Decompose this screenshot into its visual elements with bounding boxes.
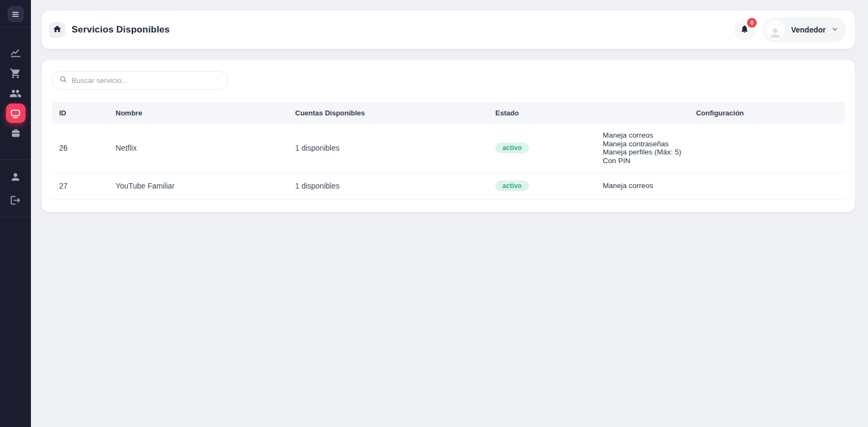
config-line: Maneja correos [603,131,837,140]
config-line: Maneja contraseñas [603,140,837,148]
sidebar-divider [0,159,31,160]
table-row: 26 Netflix 1 disponibles activo Maneja c… [52,124,845,173]
user-icon [10,171,21,183]
sidebar-item-sales[interactable] [6,63,25,83]
page-title: Servicios Disponibles [72,24,170,35]
home-button[interactable] [49,22,65,38]
sidebar-nav [6,43,25,143]
top-bar: Servicios Disponibles 0 Vendedor [42,11,855,49]
monitor-icon [10,108,21,119]
table-header-row: ID Nombre Cuentas Disponibles Estado Con… [52,102,845,124]
service-config: Maneja correos [596,173,845,199]
sidebar-item-users[interactable] [6,83,25,103]
service-available: 1 disponibles [288,124,488,173]
sidebar-item-dashboard[interactable] [6,43,25,63]
notifications-button[interactable]: 0 [734,20,755,40]
sidebar [0,0,31,427]
config-line: Con PIN [603,157,837,165]
service-name: YouTube Familiar [108,173,288,199]
service-name: Netflix [108,124,288,173]
briefcase-icon [10,128,21,139]
service-available: 1 disponibles [288,173,488,199]
chevron-down-icon [831,25,839,35]
service-config: Maneja correos Maneja contraseñas Maneja… [596,124,845,173]
sidebar-item-profile[interactable] [6,167,25,186]
search-box [52,71,228,90]
search-icon [59,75,67,86]
sidebar-toggle-button[interactable] [8,6,24,22]
hamburger-menu-icon [11,10,20,18]
chart-line-icon [10,47,22,59]
column-header-nombre: Nombre [108,102,288,124]
main-area: Servicios Disponibles 0 Vendedor [31,0,868,427]
status-badge: activo [495,180,529,191]
sidebar-item-inventory[interactable] [6,124,25,143]
avatar [765,20,786,40]
user-menu[interactable]: Vendedor [763,17,846,42]
home-icon [53,24,62,36]
notification-count-badge: 0 [747,18,757,28]
column-header-estado: Estado [488,102,596,124]
column-header-configuracion: Configuración [596,102,845,124]
search-input[interactable] [72,76,221,85]
config-line: Maneja correos [603,182,837,190]
table-row: 27 YouTube Familiar 1 disponibles activo… [52,173,845,199]
service-id: 27 [52,173,108,199]
status-badge: activo [495,143,529,153]
sidebar-bottom-nav [6,167,25,210]
column-header-cuentas: Cuentas Disponibles [288,102,488,124]
sidebar-divider [0,217,31,217]
sidebar-item-logout[interactable] [6,190,25,210]
sidebar-divider [0,27,31,28]
users-icon [9,87,22,100]
column-header-id: ID [52,102,108,124]
sidebar-item-services[interactable] [6,103,25,123]
services-panel: ID Nombre Cuentas Disponibles Estado Con… [42,60,855,212]
logout-icon [10,195,21,206]
config-line: Maneja perfiles (Máx: 5) [603,148,837,157]
services-table: ID Nombre Cuentas Disponibles Estado Con… [52,102,845,199]
shopping-cart-icon [10,68,21,79]
user-role-label: Vendedor [791,25,826,34]
service-id: 26 [52,124,108,173]
